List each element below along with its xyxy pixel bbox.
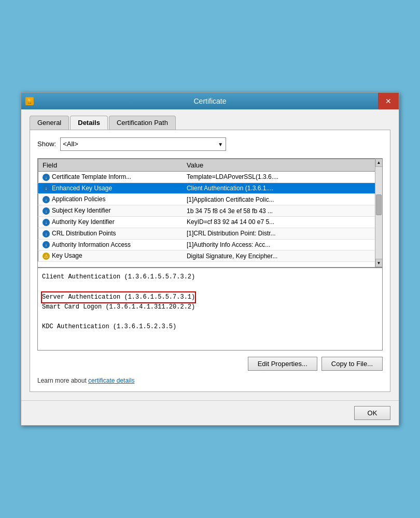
tab-details[interactable]: Details <box>70 116 108 130</box>
field-cell: ↓Application Policies <box>38 194 183 205</box>
tab-content-details: Show: <All> Version 1 Fields Only Extens… <box>30 130 390 393</box>
ok-button[interactable]: OK <box>354 406 390 420</box>
cert-field-icon: ↓ <box>43 219 50 226</box>
copy-to-file-button[interactable]: Copy to File... <box>321 357 383 371</box>
value-cell: KeyID=cf 83 92 a4 14 00 e7 5... <box>183 217 382 228</box>
field-cell: ↓CRL Distribution Points <box>38 228 183 239</box>
window-icon: 🏆 <box>25 97 34 105</box>
table-row[interactable]: ↓Authority Information Access [1]Authori… <box>38 239 382 250</box>
detail-text-box: Client Authentication (1.3.6.1.5.5.7.3.2… <box>37 268 383 351</box>
field-cell: ↓Certificate Template Inform... <box>38 171 183 183</box>
field-cell: ↓Enhanced Key Usage <box>38 183 183 194</box>
value-cell: 1b 34 75 f8 c4 3e ef 58 fb 43 ... <box>183 205 382 217</box>
value-cell: Digital Signature, Key Encipher... <box>183 250 382 262</box>
learn-more-row: Learn more about certificate details <box>37 377 383 384</box>
field-table-wrapper: Field Value ↓Certificate Template Inform… <box>37 158 383 268</box>
footer: OK <box>21 400 399 425</box>
content-area: General Details Certification Path Show:… <box>21 109 399 401</box>
value-cell: Client Authentication (1.3.6.1.... <box>183 183 382 194</box>
certificate-window: 🏆 Certificate ✕ General Details Certific… <box>21 92 399 426</box>
tab-certpath[interactable]: Certification Path <box>109 116 176 130</box>
value-cell: [1]CRL Distribution Point: Distr... <box>183 228 382 239</box>
close-button[interactable]: ✕ <box>378 93 399 109</box>
learn-more-prefix: Learn more about <box>37 377 88 384</box>
show-row: Show: <All> Version 1 Fields Only Extens… <box>37 137 383 151</box>
cert-field-icon: ↓ <box>43 196 50 203</box>
tab-general[interactable]: General <box>30 116 69 130</box>
warning-icon: ⚠ <box>43 253 50 260</box>
scrollbar[interactable]: ▲ ▼ <box>375 159 382 268</box>
table-row[interactable]: ⚠Key Usage Digital Signature, Key Enciph… <box>38 250 382 262</box>
cert-field-icon: ↓ <box>43 174 50 181</box>
table-scroll-area[interactable]: Field Value ↓Certificate Template Inform… <box>37 158 383 268</box>
value-cell: [1]Authority Info Access: Acc... <box>183 239 382 250</box>
scroll-thumb[interactable] <box>376 194 382 215</box>
cert-field-icon: ↓ <box>43 207 50 215</box>
table-row[interactable]: ↓Authority Key Identifier KeyID=cf 83 92… <box>38 217 382 228</box>
table-row[interactable]: ↓Enhanced Key Usage Client Authenticatio… <box>38 183 382 194</box>
cert-field-icon: ↓ <box>43 185 50 192</box>
show-label: Show: <box>37 140 56 148</box>
table-row[interactable]: ↓CRL Distribution Points [1]CRL Distribu… <box>38 228 382 239</box>
value-cell: [1]Application Certificate Polic... <box>183 194 382 205</box>
edit-properties-button[interactable]: Edit Properties... <box>248 357 317 371</box>
field-cell: ↓Subject Key Identifier <box>38 205 183 217</box>
tab-bar: General Details Certification Path <box>30 116 390 130</box>
table-row[interactable]: ↓Certificate Template Inform... Template… <box>38 171 382 183</box>
value-cell: Template=LDAPoverSSL(1.3.6.... <box>183 171 382 183</box>
show-select[interactable]: <All> Version 1 Fields Only Extensions O… <box>60 137 226 151</box>
col-field: Field <box>38 159 183 171</box>
detail-line: Server Authentication (1.3.6.1.5.5.7.3.1… <box>42 292 195 302</box>
field-cell: ↓Authority Key Identifier <box>38 217 183 228</box>
table-row[interactable]: ↓Application Policies [1]Application Cer… <box>38 194 382 205</box>
scroll-track <box>375 167 382 259</box>
certificate-details-link[interactable]: certificate details <box>88 377 134 384</box>
field-cell: ⚠Key Usage <box>38 250 183 262</box>
detail-line: Client Authentication (1.3.6.1.5.5.7.3.2… <box>42 272 378 282</box>
scroll-down-button[interactable]: ▼ <box>375 259 383 267</box>
field-cell: ↓Authority Information Access <box>38 239 183 250</box>
show-select-wrapper[interactable]: <All> Version 1 Fields Only Extensions O… <box>60 137 226 151</box>
table-header-row: Field Value <box>38 159 382 171</box>
table-row[interactable]: ↓Subject Key Identifier 1b 34 75 f8 c4 3… <box>38 205 382 217</box>
cert-field-icon: ↓ <box>43 241 50 248</box>
col-value: Value <box>183 159 382 171</box>
scroll-up-button[interactable]: ▲ <box>375 159 383 167</box>
cert-field-icon: ↓ <box>43 230 50 237</box>
action-buttons-row: Edit Properties... Copy to File... <box>37 357 383 371</box>
field-table: Field Value ↓Certificate Template Inform… <box>38 159 382 262</box>
detail-line: Smart Card Logon (1.3.6.1.4.1.311.20.2.2… <box>42 302 378 312</box>
detail-line: KDC Authentication (1.3.6.1.5.2.3.5) <box>42 322 378 332</box>
titlebar: 🏆 Certificate ✕ <box>21 93 399 109</box>
window-title: Certificate <box>193 97 226 105</box>
